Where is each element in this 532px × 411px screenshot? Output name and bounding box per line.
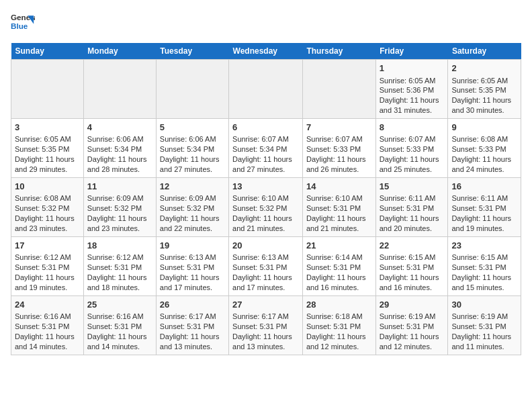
day-number: 7 [306, 122, 372, 134]
calendar-cell: 9Sunrise: 6:08 AM Sunset: 5:33 PM Daylig… [448, 118, 521, 177]
day-number: 12 [160, 181, 225, 193]
day-info: Sunrise: 6:11 AM Sunset: 5:31 PM Dayligh… [380, 193, 445, 233]
calendar-cell: 26Sunrise: 6:17 AM Sunset: 5:31 PM Dayli… [156, 295, 228, 355]
day-number: 1 [380, 62, 445, 75]
calendar-header: SundayMondayTuesdayWednesdayThursdayFrid… [11, 43, 521, 60]
calendar-cell: 22Sunrise: 6:15 AM Sunset: 5:31 PM Dayli… [375, 236, 448, 295]
calendar-cell: 18Sunrise: 6:12 AM Sunset: 5:31 PM Dayli… [83, 236, 156, 295]
day-info: Sunrise: 6:16 AM Sunset: 5:31 PM Dayligh… [87, 312, 152, 351]
calendar-cell: 4Sunrise: 6:06 AM Sunset: 5:34 PM Daylig… [83, 118, 156, 177]
calendar-cell: 30Sunrise: 6:19 AM Sunset: 5:31 PM Dayli… [448, 295, 521, 355]
day-number: 13 [232, 181, 299, 193]
day-info: Sunrise: 6:06 AM Sunset: 5:34 PM Dayligh… [87, 134, 152, 174]
calendar-cell: 17Sunrise: 6:12 AM Sunset: 5:31 PM Dayli… [11, 236, 84, 295]
day-number: 5 [160, 122, 225, 134]
calendar-cell: 29Sunrise: 6:19 AM Sunset: 5:31 PM Dayli… [375, 295, 448, 355]
day-number: 21 [306, 240, 372, 252]
logo-icon: General Blue [11, 11, 35, 35]
day-info: Sunrise: 6:10 AM Sunset: 5:32 PM Dayligh… [232, 193, 299, 233]
day-info: Sunrise: 6:17 AM Sunset: 5:31 PM Dayligh… [160, 312, 225, 351]
day-info: Sunrise: 6:05 AM Sunset: 5:35 PM Dayligh… [15, 134, 80, 174]
day-number: 26 [160, 299, 225, 311]
calendar-cell: 3Sunrise: 6:05 AM Sunset: 5:35 PM Daylig… [11, 118, 84, 177]
day-number: 27 [232, 299, 299, 311]
day-number: 30 [451, 299, 517, 311]
day-number: 4 [87, 122, 152, 134]
weekday-header-saturday: Saturday [448, 43, 521, 60]
day-info: Sunrise: 6:14 AM Sunset: 5:31 PM Dayligh… [306, 253, 372, 292]
day-info: Sunrise: 6:18 AM Sunset: 5:31 PM Dayligh… [306, 312, 372, 351]
weekday-header-tuesday: Tuesday [156, 43, 228, 60]
weekday-header-monday: Monday [83, 43, 156, 60]
day-info: Sunrise: 6:08 AM Sunset: 5:32 PM Dayligh… [15, 193, 80, 233]
weekday-header-friday: Friday [375, 43, 448, 60]
calendar-cell: 23Sunrise: 6:15 AM Sunset: 5:31 PM Dayli… [448, 236, 521, 295]
day-number: 28 [306, 299, 372, 311]
calendar-cell: 8Sunrise: 6:07 AM Sunset: 5:33 PM Daylig… [375, 118, 448, 177]
calendar-cell: 11Sunrise: 6:09 AM Sunset: 5:32 PM Dayli… [83, 177, 156, 236]
week-row-4: 17Sunrise: 6:12 AM Sunset: 5:31 PM Dayli… [11, 236, 521, 295]
calendar-cell: 27Sunrise: 6:17 AM Sunset: 5:31 PM Dayli… [229, 295, 303, 355]
day-number: 16 [451, 181, 517, 193]
calendar-cell [229, 60, 303, 119]
calendar-cell [11, 60, 84, 119]
day-info: Sunrise: 6:15 AM Sunset: 5:31 PM Dayligh… [380, 253, 445, 292]
day-number: 3 [15, 122, 80, 134]
logo: General Blue [11, 11, 35, 35]
week-row-3: 10Sunrise: 6:08 AM Sunset: 5:32 PM Dayli… [11, 177, 521, 236]
week-row-2: 3Sunrise: 6:05 AM Sunset: 5:35 PM Daylig… [11, 118, 521, 177]
calendar-table: SundayMondayTuesdayWednesdayThursdayFrid… [11, 43, 521, 355]
calendar-cell: 28Sunrise: 6:18 AM Sunset: 5:31 PM Dayli… [302, 295, 375, 355]
day-number: 24 [15, 299, 80, 311]
day-number: 25 [87, 299, 152, 311]
week-row-5: 24Sunrise: 6:16 AM Sunset: 5:31 PM Dayli… [11, 295, 521, 355]
day-info: Sunrise: 6:13 AM Sunset: 5:31 PM Dayligh… [160, 253, 225, 292]
calendar-cell: 15Sunrise: 6:11 AM Sunset: 5:31 PM Dayli… [375, 177, 448, 236]
week-row-1: 1Sunrise: 6:05 AM Sunset: 5:36 PM Daylig… [11, 60, 521, 119]
day-number: 17 [15, 240, 80, 252]
day-info: Sunrise: 6:07 AM Sunset: 5:33 PM Dayligh… [380, 134, 445, 174]
day-info: Sunrise: 6:12 AM Sunset: 5:31 PM Dayligh… [87, 253, 152, 292]
calendar-cell: 12Sunrise: 6:09 AM Sunset: 5:32 PM Dayli… [156, 177, 228, 236]
day-number: 22 [380, 240, 445, 252]
calendar-cell: 1Sunrise: 6:05 AM Sunset: 5:36 PM Daylig… [375, 60, 448, 119]
day-info: Sunrise: 6:17 AM Sunset: 5:31 PM Dayligh… [232, 312, 299, 351]
day-info: Sunrise: 6:16 AM Sunset: 5:31 PM Dayligh… [15, 312, 80, 351]
calendar-cell [302, 60, 375, 119]
calendar-cell: 5Sunrise: 6:06 AM Sunset: 5:34 PM Daylig… [156, 118, 228, 177]
page-header: General Blue [11, 11, 521, 35]
day-info: Sunrise: 6:15 AM Sunset: 5:31 PM Dayligh… [451, 253, 517, 292]
day-info: Sunrise: 6:12 AM Sunset: 5:31 PM Dayligh… [15, 253, 80, 292]
weekday-header-wednesday: Wednesday [229, 43, 303, 60]
day-number: 14 [306, 181, 372, 193]
calendar-cell: 21Sunrise: 6:14 AM Sunset: 5:31 PM Dayli… [302, 236, 375, 295]
calendar-cell: 25Sunrise: 6:16 AM Sunset: 5:31 PM Dayli… [83, 295, 156, 355]
day-info: Sunrise: 6:05 AM Sunset: 5:36 PM Dayligh… [380, 76, 445, 116]
day-number: 11 [87, 181, 152, 193]
day-info: Sunrise: 6:19 AM Sunset: 5:31 PM Dayligh… [451, 312, 517, 351]
calendar-cell: 24Sunrise: 6:16 AM Sunset: 5:31 PM Dayli… [11, 295, 84, 355]
day-info: Sunrise: 6:09 AM Sunset: 5:32 PM Dayligh… [87, 193, 152, 233]
day-number: 20 [232, 240, 299, 252]
calendar-cell: 19Sunrise: 6:13 AM Sunset: 5:31 PM Dayli… [156, 236, 228, 295]
day-info: Sunrise: 6:08 AM Sunset: 5:33 PM Dayligh… [451, 134, 517, 174]
day-number: 18 [87, 240, 152, 252]
day-info: Sunrise: 6:06 AM Sunset: 5:34 PM Dayligh… [160, 134, 225, 174]
calendar-body: 1Sunrise: 6:05 AM Sunset: 5:36 PM Daylig… [11, 60, 521, 355]
day-number: 9 [451, 122, 517, 134]
calendar-cell: 7Sunrise: 6:07 AM Sunset: 5:33 PM Daylig… [302, 118, 375, 177]
day-info: Sunrise: 6:09 AM Sunset: 5:32 PM Dayligh… [160, 193, 225, 233]
day-info: Sunrise: 6:19 AM Sunset: 5:31 PM Dayligh… [380, 312, 445, 351]
weekday-header-sunday: Sunday [11, 43, 84, 60]
calendar-cell [156, 60, 228, 119]
day-number: 2 [451, 62, 517, 75]
day-number: 10 [15, 181, 80, 193]
calendar-cell: 2Sunrise: 6:05 AM Sunset: 5:35 PM Daylig… [448, 60, 521, 119]
day-number: 8 [380, 122, 445, 134]
calendar-cell: 13Sunrise: 6:10 AM Sunset: 5:32 PM Dayli… [229, 177, 303, 236]
calendar-cell: 14Sunrise: 6:10 AM Sunset: 5:31 PM Dayli… [302, 177, 375, 236]
day-info: Sunrise: 6:11 AM Sunset: 5:31 PM Dayligh… [451, 193, 517, 233]
calendar-cell: 10Sunrise: 6:08 AM Sunset: 5:32 PM Dayli… [11, 177, 84, 236]
day-info: Sunrise: 6:07 AM Sunset: 5:34 PM Dayligh… [232, 134, 299, 174]
day-info: Sunrise: 6:13 AM Sunset: 5:31 PM Dayligh… [232, 253, 299, 292]
